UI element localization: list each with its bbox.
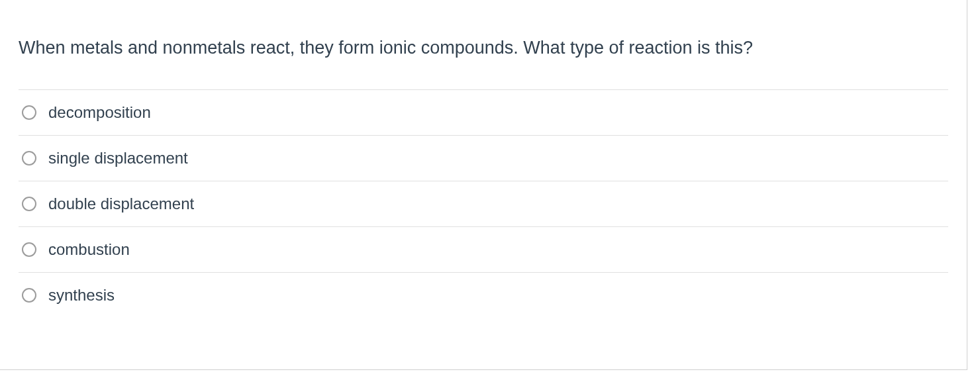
option-label: single displacement: [48, 149, 188, 167]
radio-icon: [22, 288, 36, 303]
option-synthesis[interactable]: synthesis: [19, 273, 948, 318]
option-label: decomposition: [48, 103, 151, 122]
radio-icon: [22, 242, 36, 257]
radio-icon: [22, 105, 36, 120]
options-list: decomposition single displacement double…: [19, 89, 948, 318]
radio-icon: [22, 197, 36, 211]
question-container: When metals and nonmetals react, they fo…: [0, 0, 967, 370]
radio-icon: [22, 151, 36, 166]
option-label: combustion: [48, 240, 130, 259]
option-combustion[interactable]: combustion: [19, 227, 948, 273]
option-decomposition[interactable]: decomposition: [19, 90, 948, 136]
option-label: double displacement: [48, 195, 194, 213]
question-text: When metals and nonmetals react, they fo…: [0, 0, 967, 89]
option-label: synthesis: [48, 286, 115, 305]
option-single-displacement[interactable]: single displacement: [19, 136, 948, 181]
option-double-displacement[interactable]: double displacement: [19, 181, 948, 227]
